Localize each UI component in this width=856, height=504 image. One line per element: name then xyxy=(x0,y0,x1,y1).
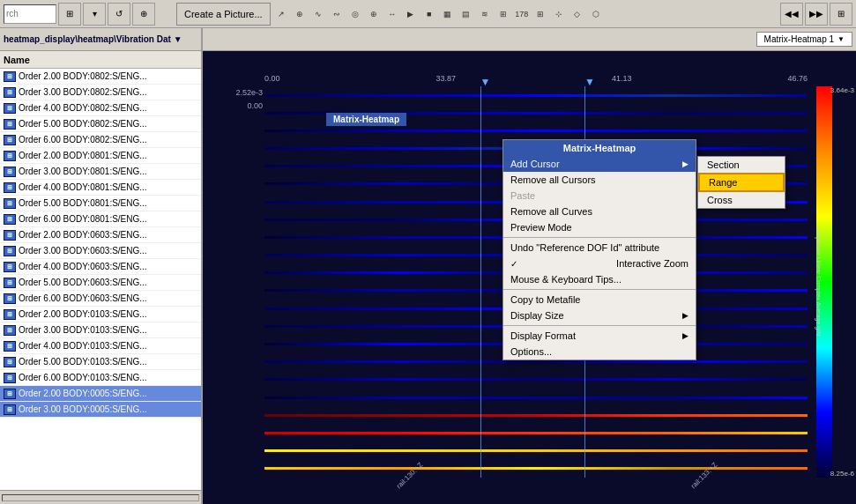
menu-item-add-cursor[interactable]: Add Cursor ▶ Section Range Cross xyxy=(503,156,696,172)
menu-item-options[interactable]: Options... xyxy=(503,344,696,359)
list-item[interactable]: ⊞Order 3.00 BODY:0103:S/ENG... xyxy=(0,322,201,338)
num-icon[interactable]: 178 xyxy=(513,5,531,23)
refresh-btn[interactable]: ↺ xyxy=(108,3,130,26)
list-item[interactable]: ⊞Order 5.00 BODY:0801:S/ENG... xyxy=(0,196,201,211)
chart-dropdown-arrow: ▼ xyxy=(837,35,845,43)
submenu-arrow: ▶ xyxy=(682,159,689,168)
color-max: 3.64e-3 xyxy=(830,86,854,94)
list-item-icon: ⊞ xyxy=(4,230,16,241)
divider-2 xyxy=(503,289,696,290)
menu-item-copy-metafile[interactable]: Copy to Metafile xyxy=(503,292,696,308)
list-item-label: Order 4.00 BODY:0103:S/ENG... xyxy=(19,341,147,351)
menu-item-paste: Paste xyxy=(503,188,696,204)
list-item-icon: ⊞ xyxy=(4,214,16,225)
submenu-cross[interactable]: Cross xyxy=(698,192,785,208)
menu-item-undo[interactable]: Undo "Reference DOF Id" attribute xyxy=(503,240,696,256)
create-picture-button[interactable]: Create a Picture... xyxy=(176,3,271,26)
list-item[interactable]: ⊞Order 6.00 BODY:0603:S/ENG... xyxy=(0,291,201,307)
chart-tab[interactable]: Matrix-Heatmap 1 ▼ xyxy=(756,32,852,47)
list-item-icon: ⊞ xyxy=(4,198,16,209)
divider-1 xyxy=(503,237,696,238)
list-item[interactable]: ⊞Order 5.00 BODY:0802:S/ENG... xyxy=(0,116,201,132)
top-toolbar: ⊞ ▾ ↺ ⊕ Create a Picture... ↗ ⊕ ∿ ∾ ◎ ⊕ … xyxy=(0,0,856,28)
list-item[interactable]: ⊞Order 4.00 BODY:0103:S/ENG... xyxy=(0,338,201,354)
list-item-label: Order 6.00 BODY:0603:S/ENG... xyxy=(19,293,147,303)
chart-type3[interactable]: ≋ xyxy=(476,5,494,23)
menu-item-preview-mode[interactable]: Preview Mode xyxy=(503,219,696,235)
circle-icon[interactable]: ◎ xyxy=(346,5,364,23)
list-item[interactable]: ⊞Order 6.00 BODY:0103:S/ENG... xyxy=(0,370,201,386)
list-items[interactable]: ⊞Order 2.00 BODY:0802:S/ENG...⊞Order 3.0… xyxy=(0,69,201,490)
list-item[interactable]: ⊞Order 3.00 BODY:0801:S/ENG... xyxy=(0,164,201,180)
menu-item-display-size[interactable]: Display Size ▶ xyxy=(503,308,696,323)
list-item-label: Order 6.00 BODY:0801:S/ENG... xyxy=(19,214,147,224)
color-min: 8.25e-6 xyxy=(830,470,854,478)
x-label-1: rail:130:+Z xyxy=(395,478,428,504)
list-item[interactable]: ⊞Order 4.00 BODY:0802:S/ENG... xyxy=(0,100,201,116)
list-item-icon: ⊞ xyxy=(4,71,16,82)
grid-icon[interactable]: ⊞ xyxy=(532,5,549,23)
list-item[interactable]: ⊞Order 3.00 BODY:0603:S/ENG... xyxy=(0,243,201,259)
chart-type2[interactable]: ▤ xyxy=(458,5,475,23)
list-item[interactable]: ⊞Order 3.00 BODY:0005:S/ENG... xyxy=(0,402,201,418)
menu-item-remove-curves[interactable]: Remove all Curves xyxy=(503,204,696,219)
stop-icon[interactable]: ■ xyxy=(421,5,438,23)
chart-type1[interactable]: ▦ xyxy=(439,5,457,23)
menu-item-interactive-zoom[interactable]: ✓ Interactive Zoom xyxy=(503,256,696,271)
list-item[interactable]: ⊞Order 2.00 BODY:0802:S/ENG... xyxy=(0,69,201,85)
play-icon[interactable]: ▶ xyxy=(402,5,420,23)
list-item[interactable]: ⊞Order 4.00 BODY:0801:S/ENG... xyxy=(0,180,201,196)
menu-item-keyboard-tips[interactable]: Mouse & Keyboard Tips... xyxy=(503,271,696,287)
grid-view-btn[interactable]: ⊞ xyxy=(58,3,81,26)
list-item[interactable]: ⊞Order 6.00 BODY:0801:S/ENG... xyxy=(0,211,201,227)
chart-area[interactable]: 0.00 33.87 41.13 46.76 2.52e-3 0.00 3.64… xyxy=(203,51,856,504)
list-item[interactable]: ⊞Order 2.00 BODY:0005:S/ENG... xyxy=(0,386,201,402)
submenu-section[interactable]: Section xyxy=(698,157,785,173)
cursor2-icon[interactable]: ⊹ xyxy=(550,5,568,23)
list-item-label: Order 3.00 BODY:0802:S/ENG... xyxy=(19,87,147,97)
list-item-label: Order 2.00 BODY:0802:S/ENG... xyxy=(19,71,147,81)
list-item-label: Order 2.00 BODY:0603:S/ENG... xyxy=(19,230,147,240)
context-menu-title: Matrix-Heatmap xyxy=(503,140,696,156)
list-item[interactable]: ⊞Order 6.00 BODY:0802:S/ENG... xyxy=(0,132,201,148)
search-input[interactable] xyxy=(4,4,56,24)
fit-icon[interactable]: ↔ xyxy=(383,5,401,23)
list-item[interactable]: ⊞Order 2.00 BODY:0103:S/ENG... xyxy=(0,307,201,322)
table-icon[interactable]: ⊞ xyxy=(495,5,512,23)
bottom-scrollbar[interactable] xyxy=(0,490,201,504)
list-item[interactable]: ⊞Order 3.00 BODY:0802:S/ENG... xyxy=(0,85,201,100)
list-item-label: Order 6.00 BODY:0103:S/ENG... xyxy=(19,373,147,382)
panel-header: heatmap_display\heatmap\Vibration Dat ▼ xyxy=(0,28,201,51)
list-item[interactable]: ⊞Order 2.00 BODY:0801:S/ENG... xyxy=(0,148,201,164)
top-num-0: 0.00 xyxy=(264,74,280,83)
wave2-icon[interactable]: ∾ xyxy=(328,5,346,23)
cursor-icon[interactable]: ↗ xyxy=(272,5,290,23)
diamond-icon[interactable]: ◇ xyxy=(569,5,586,23)
target-icon[interactable]: ⊕ xyxy=(365,5,383,23)
menu-item-options-label: Options... xyxy=(510,346,552,357)
name-header: Name xyxy=(0,51,201,69)
nav-btn[interactable]: ⊕ xyxy=(132,3,155,26)
extra-btn[interactable]: ⊞ xyxy=(830,3,852,26)
submenu-range[interactable]: Range xyxy=(698,173,785,192)
list-item[interactable]: ⊞Order 5.00 BODY:0603:S/ENG... xyxy=(0,275,201,291)
list-item-label: Order 3.00 BODY:0005:S/ENG... xyxy=(19,404,147,414)
menu-item-paste-label: Paste xyxy=(510,190,535,201)
wave1-icon[interactable]: ∿ xyxy=(309,5,327,23)
zoom-icon[interactable]: ⊕ xyxy=(291,5,309,23)
list-item[interactable]: ⊞Order 2.00 BODY:0603:S/ENG... xyxy=(0,227,201,243)
list-item[interactable]: ⊞Order 4.00 BODY:0603:S/ENG... xyxy=(0,259,201,275)
hex-icon[interactable]: ⬡ xyxy=(587,5,605,23)
list-item-icon: ⊞ xyxy=(4,325,16,336)
list-item-icon: ⊞ xyxy=(4,262,16,272)
next-btn[interactable]: ▶▶ xyxy=(805,3,828,26)
list-item-icon: ⊞ xyxy=(4,389,16,399)
menu-item-display-format[interactable]: Display Format ▶ xyxy=(503,328,696,344)
prev-btn[interactable]: ◀◀ xyxy=(780,3,803,26)
list-item[interactable]: ⊞Order 5.00 BODY:0103:S/ENG... xyxy=(0,354,201,370)
menu-item-remove-cursors[interactable]: Remove all Cursors xyxy=(503,172,696,188)
list-item-icon: ⊞ xyxy=(4,246,16,256)
list-item-label: Order 3.00 BODY:0103:S/ENG... xyxy=(19,325,147,335)
menu-item-copy-metafile-label: Copy to Metafile xyxy=(510,294,580,305)
dropdown-btn[interactable]: ▾ xyxy=(83,3,106,26)
